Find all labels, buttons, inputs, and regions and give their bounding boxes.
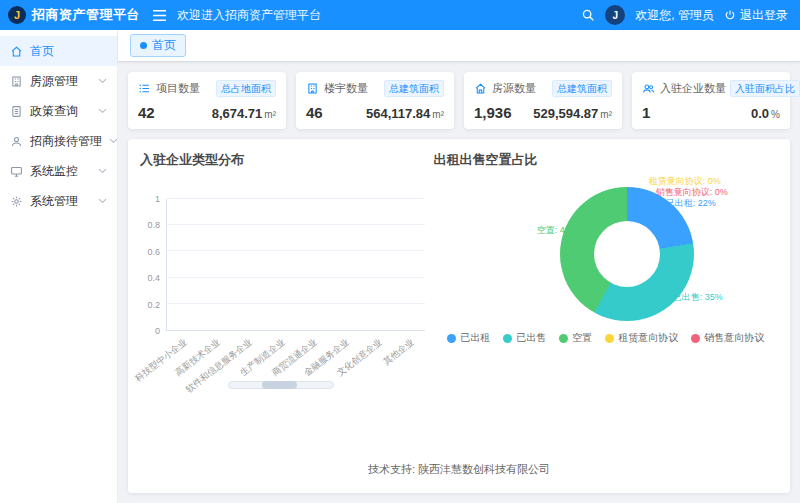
- stat-unit: m²: [432, 109, 444, 120]
- pie-callout-vacant: 空置: 41%: [537, 224, 578, 237]
- legend-label: 租赁意向协议: [618, 331, 678, 345]
- brand: J 招商资产管理平台: [8, 6, 140, 24]
- pie-callout-rented: 已出租: 22%: [666, 197, 716, 210]
- sidebar-item-label: 系统管理: [30, 193, 78, 210]
- people-icon: [10, 135, 23, 148]
- legend-label: 已出售: [516, 331, 546, 345]
- sidebar-item-reception[interactable]: 招商接待管理: [0, 126, 117, 156]
- x-category-label: 其他企业: [381, 336, 417, 368]
- sidebar-item-system[interactable]: 系统管理: [0, 186, 117, 216]
- legend-dot: [691, 334, 700, 343]
- search-icon[interactable]: [581, 8, 595, 22]
- stat-card-enterprises: 入驻企业数量入驻面积占比10.0%: [632, 72, 790, 129]
- legend-item-sold[interactable]: 已出售: [503, 331, 546, 345]
- sidebar: 首页房源管理政策查询招商接待管理系统监控系统管理: [0, 30, 118, 503]
- bar-y-axis: 00.20.40.60.81: [140, 199, 162, 331]
- home-icon: [10, 45, 23, 58]
- stat-label: 项目数量: [156, 81, 200, 96]
- chevron-down-icon: [98, 108, 107, 114]
- y-tick-label: 0.8: [147, 220, 160, 230]
- y-tick-label: 0.2: [147, 300, 160, 310]
- gear-icon: [10, 195, 23, 208]
- y-tick-label: 0.4: [147, 273, 160, 283]
- stat-value: 1,936: [474, 104, 512, 121]
- sidebar-item-label: 政策查询: [30, 103, 78, 120]
- stat-badge: 入驻面积占比: [730, 80, 800, 97]
- legend-item-rented[interactable]: 已出租: [447, 331, 490, 345]
- stat-badge: 总建筑面积: [552, 80, 612, 97]
- stat-label: 房源数量: [492, 81, 536, 96]
- sidebar-item-label: 招商接待管理: [30, 133, 102, 150]
- sidebar-item-home[interactable]: 首页: [0, 36, 117, 66]
- enterprise-type-chart-section: 入驻企业类型分布 00.20.40.60.81 科技型中小企业高新技术企业软件和…: [140, 151, 433, 452]
- legend-dot: [503, 334, 512, 343]
- legend-label: 销售意向协议: [704, 331, 764, 345]
- app-body: 首页房源管理政策查询招商接待管理系统监控系统管理 首页 项目数量总占地面积428…: [0, 30, 800, 503]
- legend-dot: [559, 334, 568, 343]
- stat-sub-value: 0.0%: [751, 106, 780, 121]
- logout-button[interactable]: 退出登录: [724, 7, 788, 24]
- y-tick-label: 0: [155, 326, 160, 336]
- app-root: J 招商资产管理平台 欢迎进入招商资产管理平台 J 欢迎您, 管理员 退出登录 …: [0, 0, 800, 503]
- stat-value: 42: [138, 104, 155, 121]
- stat-sub-value: 564,117.84m²: [366, 106, 444, 121]
- stat-unit: m²: [264, 109, 276, 120]
- stat-card-projects: 项目数量总占地面积428,674.71m²: [128, 72, 286, 129]
- pie-legend: 已出租已出售空置租赁意向协议销售意向协议: [433, 331, 778, 345]
- user-avatar[interactable]: J: [605, 5, 625, 25]
- stat-value: 1: [642, 104, 650, 121]
- sidebar-item-monitor[interactable]: 系统监控: [0, 156, 117, 186]
- legend-item-lease-intent[interactable]: 租赁意向协议: [605, 331, 678, 345]
- house-icon: [474, 82, 487, 95]
- charts-panel: 入驻企业类型分布 00.20.40.60.81 科技型中小企业高新技术企业软件和…: [128, 139, 790, 493]
- app-logo-icon: J: [8, 6, 26, 24]
- bar-chart: 00.20.40.60.81 科技型中小企业高新技术企业软件和信息服务企业生产制…: [140, 175, 433, 393]
- legend-dot: [605, 334, 614, 343]
- sidebar-item-label: 房源管理: [30, 73, 78, 90]
- sidebar-menu: 首页房源管理政策查询招商接待管理系统监控系统管理: [0, 36, 117, 216]
- sidebar-item-label: 系统监控: [30, 163, 78, 180]
- stat-sub-value: 8,674.71m²: [212, 106, 276, 121]
- datazoom-slider[interactable]: [228, 381, 334, 389]
- occupancy-pie-section: 出租出售空置占比 租赁意向协议: 0% 销售意向协议: 0% 已出租: 22% …: [433, 151, 778, 452]
- list-icon: [138, 82, 151, 95]
- stat-badge: 总占地面积: [216, 80, 276, 97]
- stat-label: 入驻企业数量: [660, 81, 726, 96]
- bar-plot-area: [166, 199, 425, 331]
- chevron-down-icon: [98, 168, 107, 174]
- user-greeting: 欢迎您, 管理员: [635, 7, 714, 24]
- sidebar-item-policy[interactable]: 政策查询: [0, 96, 117, 126]
- stat-label: 楼宇数量: [324, 81, 368, 96]
- tab-active-dot: [140, 42, 147, 49]
- stat-card-buildings: 楼宇数量总建筑面积46564,117.84m²: [296, 72, 454, 129]
- stat-unit: m²: [600, 109, 612, 120]
- stat-card-houses: 房源数量总建筑面积1,936529,594.87m²: [464, 72, 622, 129]
- main-area: 首页 项目数量总占地面积428,674.71m²楼宇数量总建筑面积46564,1…: [118, 30, 800, 503]
- tab-home[interactable]: 首页: [130, 34, 186, 57]
- stat-value: 46: [306, 104, 323, 121]
- sidebar-item-housing[interactable]: 房源管理: [0, 66, 117, 96]
- team-icon: [642, 82, 655, 95]
- chevron-down-icon: [98, 78, 107, 84]
- app-title: 招商资产管理平台: [32, 6, 140, 24]
- donut-chart: 租赁意向协议: 0% 销售意向协议: 0% 已出租: 22% 空置: 41% 已…: [433, 171, 778, 323]
- pie-chart-title: 出租出售空置占比: [433, 151, 778, 169]
- legend-item-vacant[interactable]: 空置: [559, 331, 592, 345]
- monitor-icon: [10, 165, 23, 178]
- sidebar-toggle-icon[interactable]: [152, 9, 167, 22]
- building-icon: [306, 82, 319, 95]
- datazoom-handle[interactable]: [262, 381, 297, 389]
- stat-sub-value: 529,594.87m²: [533, 106, 612, 121]
- top-header: J 招商资产管理平台 欢迎进入招商资产管理平台 J 欢迎您, 管理员 退出登录: [0, 0, 800, 30]
- legend-dot: [447, 334, 456, 343]
- charts-row: 入驻企业类型分布 00.20.40.60.81 科技型中小企业高新技术企业软件和…: [140, 151, 778, 452]
- legend-item-sale-intent[interactable]: 销售意向协议: [691, 331, 764, 345]
- y-tick-label: 0.6: [147, 247, 160, 257]
- legend-label: 空置: [572, 331, 592, 345]
- bar-chart-title: 入驻企业类型分布: [140, 151, 433, 169]
- building-icon: [10, 75, 23, 88]
- tab-label: 首页: [152, 37, 176, 54]
- stat-badge: 总建筑面积: [384, 80, 444, 97]
- footer-text: 技术支持: 陕西沣慧数创科技有限公司: [140, 452, 778, 481]
- chevron-down-icon: [98, 198, 107, 204]
